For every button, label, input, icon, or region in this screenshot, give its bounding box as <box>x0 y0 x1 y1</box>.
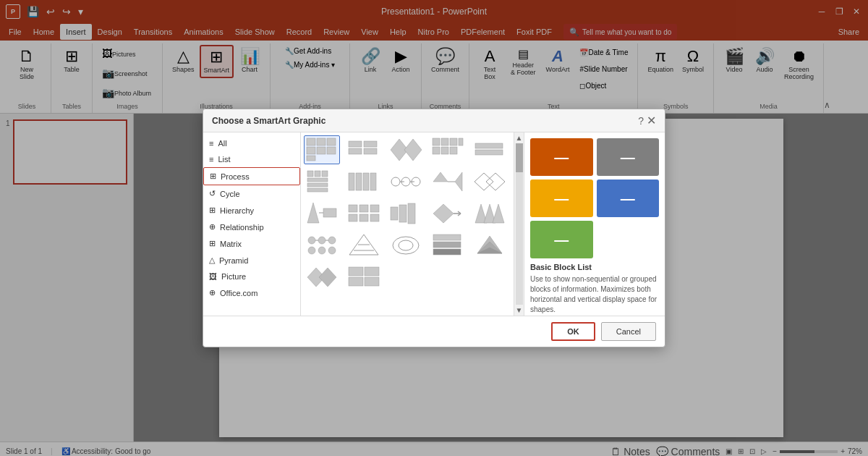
category-picture[interactable]: 🖼 Picture <box>203 269 300 284</box>
modal-title: Choose a SmartArt Graphic <box>212 116 326 126</box>
svg-rect-27 <box>307 188 328 192</box>
modal-title-controls: ? ✕ <box>638 114 656 127</box>
category-pyramid[interactable]: △ Pyramid <box>203 252 300 269</box>
svg-rect-25 <box>307 178 328 182</box>
hierarchy-icon: ⊞ <box>209 206 216 215</box>
cycle-label: Cycle <box>220 190 240 198</box>
svg-rect-31 <box>370 173 376 190</box>
cancel-button[interactable]: Cancel <box>601 322 656 341</box>
ok-button[interactable]: OK <box>551 322 595 341</box>
svg-rect-85 <box>365 277 379 286</box>
svg-rect-75 <box>433 242 461 248</box>
graphic-14[interactable] <box>430 199 466 228</box>
graphics-scrollbar[interactable]: ▲ ▼ <box>514 132 524 316</box>
picture-icon: 🖼 <box>209 272 217 281</box>
svg-point-67 <box>318 247 326 254</box>
graphic-21[interactable] <box>304 263 340 292</box>
graphic-8[interactable] <box>388 167 424 196</box>
svg-point-65 <box>328 237 336 244</box>
svg-rect-0 <box>307 138 315 145</box>
svg-rect-46 <box>359 205 368 212</box>
svg-rect-48 <box>349 214 357 221</box>
graphic-16[interactable] <box>304 231 340 260</box>
preview-dash-5: — <box>554 232 569 248</box>
officecom-icon: ⊕ <box>209 288 216 297</box>
modal-help-button[interactable]: ? <box>638 115 644 127</box>
category-officecom[interactable]: ⊕ Office.com <box>203 284 300 301</box>
preview-dash-4: — <box>621 190 635 207</box>
svg-marker-81 <box>319 268 336 287</box>
svg-rect-7 <box>349 141 362 147</box>
category-cycle[interactable]: ↺ Cycle <box>203 185 300 202</box>
cycle-icon: ↺ <box>209 189 216 198</box>
scroll-up-button[interactable]: ▲ <box>516 134 523 142</box>
svg-rect-52 <box>399 205 407 222</box>
graphics-panel <box>301 132 514 316</box>
svg-rect-18 <box>441 147 448 154</box>
svg-point-63 <box>318 237 326 244</box>
svg-marker-41 <box>486 173 505 190</box>
svg-rect-9 <box>364 141 377 147</box>
matrix-label: Matrix <box>220 240 242 248</box>
graphic-22[interactable] <box>346 263 382 292</box>
svg-marker-12 <box>404 139 422 161</box>
preview-description: Use to show non-sequential or grouped bl… <box>530 274 659 315</box>
svg-rect-84 <box>349 277 363 286</box>
category-matrix[interactable]: ⊞ Matrix <box>203 235 300 252</box>
graphic-10[interactable] <box>472 167 508 196</box>
modal-title-bar: Choose a SmartArt Graphic ? ✕ <box>203 109 665 132</box>
graphic-basic-block-list[interactable] <box>304 135 340 164</box>
graphic-19[interactable] <box>430 231 466 260</box>
graphic-15[interactable] <box>472 199 508 228</box>
process-label: Process <box>221 172 250 181</box>
svg-rect-3 <box>307 147 315 154</box>
matrix-icon: ⊞ <box>209 239 216 248</box>
modal-body: ≡ All ≡ List ⊞ Process ↺ Cycle ⊞ Hiera <box>203 132 665 316</box>
svg-rect-29 <box>356 173 362 190</box>
svg-rect-5 <box>327 147 336 154</box>
svg-rect-6 <box>307 156 315 161</box>
scroll-thumb[interactable] <box>516 143 523 172</box>
svg-rect-20 <box>475 143 503 148</box>
svg-rect-23 <box>315 171 320 177</box>
graphic-20[interactable] <box>472 231 508 260</box>
preview-dash-1: — <box>554 149 569 166</box>
svg-rect-13 <box>433 138 440 145</box>
graphic-13[interactable] <box>388 199 424 228</box>
graphic-3[interactable] <box>388 135 424 164</box>
svg-point-68 <box>328 247 336 254</box>
graphic-11[interactable] <box>304 199 340 228</box>
category-hierarchy[interactable]: ⊞ Hierarchy <box>203 202 300 219</box>
graphic-2[interactable] <box>346 135 382 164</box>
modal-footer: OK Cancel <box>203 316 665 347</box>
smartart-dialog: Choose a SmartArt Graphic ? ✕ ≡ All ≡ Li… <box>203 109 665 347</box>
graphic-18[interactable] <box>388 231 424 260</box>
scroll-down-button[interactable]: ▼ <box>516 306 523 314</box>
graphic-7[interactable] <box>346 167 382 196</box>
svg-rect-74 <box>433 235 461 240</box>
svg-rect-8 <box>349 148 362 154</box>
graphics-grid <box>304 135 511 292</box>
relationship-label: Relationship <box>220 223 264 232</box>
graphic-4[interactable] <box>430 135 466 164</box>
graphic-9[interactable] <box>430 167 466 196</box>
preview-block-blue: — <box>597 180 660 217</box>
category-list[interactable]: ≡ List <box>203 151 300 167</box>
process-icon: ⊞ <box>210 172 216 181</box>
category-relationship[interactable]: ⊕ Relationship <box>203 219 300 235</box>
svg-rect-2 <box>327 138 336 145</box>
svg-marker-54 <box>433 204 454 223</box>
preview-block-yellow: — <box>530 180 593 217</box>
graphic-6[interactable] <box>304 167 340 196</box>
graphic-5[interactable] <box>472 135 508 164</box>
svg-point-66 <box>308 247 315 254</box>
graphic-12[interactable] <box>346 199 382 228</box>
svg-rect-15 <box>450 138 457 145</box>
svg-rect-19 <box>450 147 457 154</box>
category-process[interactable]: ⊞ Process <box>203 167 300 185</box>
category-all[interactable]: ≡ All <box>203 135 300 151</box>
preview-panel: — — — — — Basic Block List U <box>524 132 665 316</box>
graphic-17[interactable] <box>346 231 382 260</box>
svg-rect-21 <box>475 150 503 155</box>
modal-close-button[interactable]: ✕ <box>647 114 656 127</box>
